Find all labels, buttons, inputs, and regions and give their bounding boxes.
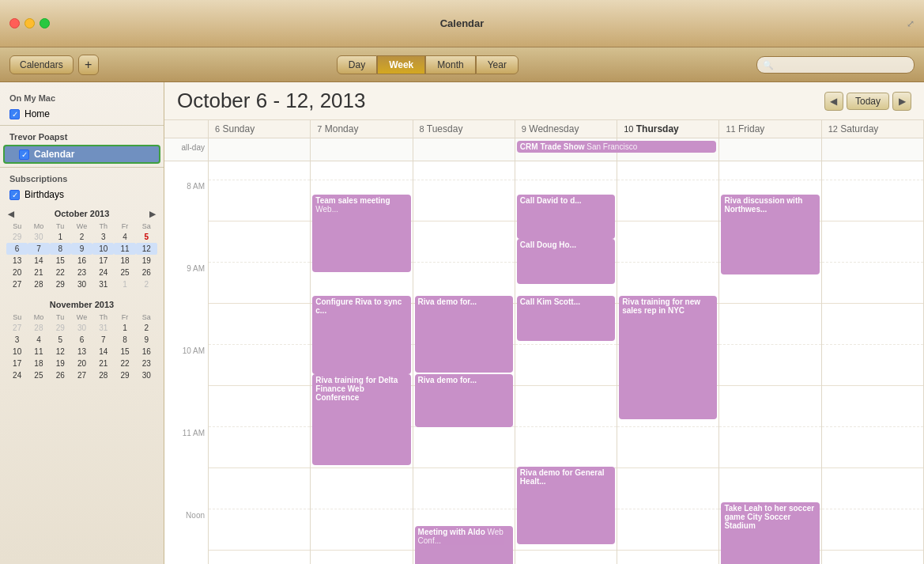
- bg-cell-0-5: [209, 304, 310, 345]
- close-button[interactable]: [9, 18, 20, 28]
- bg-cell-3-8: [515, 427, 617, 468]
- add-calendar-button[interactable]: +: [78, 55, 99, 75]
- bg-cell-6-9: [822, 468, 923, 509]
- bg-cell-1-11: [311, 551, 412, 564]
- bg-cell-2-8: [413, 427, 515, 468]
- bg-cell-6-5: [822, 304, 923, 345]
- event-5-0[interactable]: Riva discussion with Northwes...: [721, 195, 819, 274]
- bg-cell-5-6: [719, 345, 820, 386]
- view-week-button[interactable]: Week: [377, 55, 425, 74]
- bg-cell-6-4: [822, 263, 923, 304]
- sidebar-item-calendar[interactable]: ✓ Calendar: [3, 145, 160, 164]
- mini-cal-november-title: November 2013: [50, 300, 114, 309]
- resize-icon: ⤢: [907, 18, 915, 29]
- bg-cell-0-2: [209, 180, 310, 221]
- calendars-button[interactable]: Calendars: [9, 55, 74, 74]
- mini-cal-november-grid: Su Mo Tu We Th Fr Sa 27 28 29 30 31 1 2 …: [6, 312, 157, 381]
- calendar-label: Calendar: [34, 149, 74, 160]
- bg-cell-2-2: [413, 180, 515, 221]
- time-label-8: 11 AM: [164, 427, 208, 468]
- time-grid-scroll[interactable]: 8 AM9 AM10 AM11 AMNoon1 PM2 PM3 PM4 PM5 …: [164, 161, 924, 564]
- today-button[interactable]: Today: [847, 93, 889, 110]
- next-week-button[interactable]: ▶: [892, 92, 911, 111]
- bg-cell-0-7: [209, 386, 310, 427]
- bg-cell-6-7: [822, 386, 923, 427]
- bg-cell-6-2: [822, 180, 923, 221]
- day-header-sun: 6 Sunday: [209, 120, 311, 138]
- search-wrapper: 🔍: [756, 56, 915, 74]
- day-header-thu: 10 Thursday: [617, 120, 719, 138]
- birthdays-label: Birthdays: [25, 189, 64, 200]
- window-title: Calendar: [440, 17, 485, 29]
- mini-cal-prev[interactable]: ◀: [6, 210, 16, 218]
- calendar-header: October 6 - 12, 2013 ◀ Today ▶: [164, 82, 924, 120]
- prev-week-button[interactable]: ◀: [824, 92, 843, 111]
- day-col-5: Riva discussion with Northwes...Take Lea…: [719, 161, 821, 564]
- time-col-header: [164, 120, 209, 138]
- bg-cell-4-1: [617, 161, 718, 180]
- day-header-mon: 7 Monday: [311, 120, 413, 138]
- allday-row: all-day CRM Trade Show San Francisco: [164, 138, 924, 161]
- bg-cell-6-3: [822, 221, 923, 263]
- calendar-area: October 6 - 12, 2013 ◀ Today ▶ 6 Sunday …: [164, 82, 924, 564]
- bg-cell-6-11: [822, 551, 923, 564]
- day-header-tue: 8 Tuesday: [413, 120, 515, 138]
- minimize-button[interactable]: [25, 18, 35, 28]
- event-1-1[interactable]: Configure Riva to sync c...: [312, 296, 410, 374]
- calendar-nav: ◀ Today ▶: [824, 92, 911, 111]
- bg-cell-1-9: [311, 468, 412, 509]
- sidebar-item-birthdays[interactable]: ✓ Birthdays: [0, 187, 164, 203]
- bg-cell-1-1: [311, 161, 412, 180]
- sidebar-item-home[interactable]: ✓ Home: [0, 106, 164, 122]
- bg-cell-4-9: [617, 468, 718, 509]
- bg-cell-3-1: [515, 161, 617, 180]
- home-checkbox[interactable]: ✓: [9, 109, 20, 119]
- bg-cell-3-11: [515, 551, 617, 564]
- bg-cell-0-11: [209, 551, 310, 564]
- bg-cell-5-7: [719, 386, 820, 427]
- event-1-0[interactable]: Team sales meeting Web...: [312, 195, 410, 273]
- event-3-3[interactable]: Riva demo for General Healt...: [517, 467, 615, 543]
- toolbar: Calendars + Day Week Month Year 🔍: [0, 47, 924, 82]
- time-label-7: [164, 386, 208, 427]
- event-3-1[interactable]: Call Doug Ho...: [517, 239, 615, 284]
- day-col-4: Riva training for new sales rep in NYCRi…: [617, 161, 719, 564]
- view-day-button[interactable]: Day: [337, 55, 377, 74]
- day-col-2: Riva demo for...Riva demo for...Meeting …: [413, 161, 515, 564]
- event-3-2[interactable]: Call Kim Scott...: [517, 296, 615, 341]
- mini-calendar-october: ◀ October 2013 ▶ Su Mo Tu We Th Fr Sa 29…: [0, 203, 164, 293]
- on-my-mac-label: On My Mac: [0, 89, 164, 106]
- zoom-button[interactable]: [40, 18, 50, 28]
- event-2-1[interactable]: Riva demo for...: [415, 374, 513, 428]
- bg-cell-5-5: [719, 304, 820, 345]
- event-3-0[interactable]: Call David to d...: [517, 195, 615, 240]
- bg-cell-0-6: [209, 345, 310, 386]
- birthdays-checkbox[interactable]: ✓: [9, 190, 20, 200]
- time-label-4: 9 AM: [164, 263, 208, 304]
- allday-event-crm[interactable]: CRM Trade Show San Francisco: [517, 141, 717, 153]
- allday-cell-mon: [311, 138, 413, 161]
- bg-cell-6-10: [822, 509, 923, 551]
- calendar-checkbox[interactable]: ✓: [19, 150, 29, 160]
- view-month-button[interactable]: Month: [425, 55, 475, 74]
- bg-cell-0-10: [209, 509, 310, 551]
- bg-cell-3-7: [515, 386, 617, 427]
- event-1-2[interactable]: Riva training for Delta Finance Web Conf…: [312, 374, 410, 465]
- search-input[interactable]: [756, 56, 915, 74]
- event-2-0[interactable]: Riva demo for...: [415, 296, 513, 373]
- day-header-wed: 9 Wednesday: [515, 120, 617, 138]
- bg-cell-4-10: [617, 509, 718, 551]
- home-label: Home: [25, 108, 50, 119]
- time-label-6: 10 AM: [164, 345, 208, 386]
- allday-cell-sun: [209, 138, 311, 161]
- time-label-1: [164, 161, 208, 180]
- bg-cell-5-1: [719, 161, 820, 180]
- event-2-2[interactable]: Meeting with Aldo Web Conf...: [415, 526, 513, 564]
- mini-cal-next[interactable]: ▶: [148, 210, 157, 218]
- time-labels-col: 8 AM9 AM10 AM11 AMNoon1 PM2 PM3 PM4 PM5 …: [164, 161, 209, 564]
- event-5-1[interactable]: Take Leah to her soccer game City Soccer…: [721, 502, 819, 564]
- event-4-0[interactable]: Riva training for new sales rep in NYC: [619, 296, 717, 418]
- bg-cell-0-1: [209, 161, 310, 180]
- day-header-fri: 11 Friday: [719, 120, 821, 138]
- view-year-button[interactable]: Year: [476, 55, 519, 74]
